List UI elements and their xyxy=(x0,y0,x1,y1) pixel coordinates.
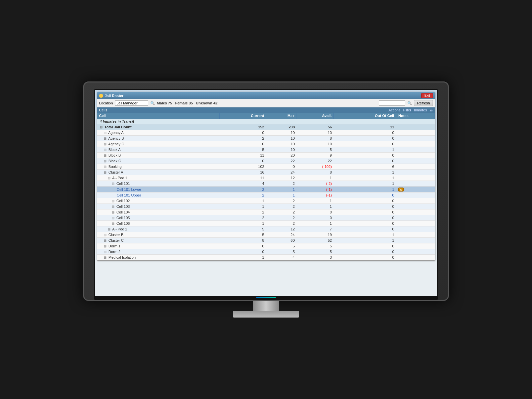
refresh-button[interactable]: Refresh xyxy=(414,100,433,106)
filter-link[interactable]: Filter xyxy=(403,108,411,112)
cell-avail: 8 xyxy=(297,170,334,175)
table-row[interactable]: ⊞ Block B 11 20 9 0 xyxy=(97,153,435,158)
females-value: 35 xyxy=(189,101,193,105)
table-row[interactable]: ⊞ Agency C 0 10 10 0 xyxy=(97,141,435,147)
col-header-out-of-cell: Out Of Cell xyxy=(334,113,396,119)
cell-max: 208 xyxy=(266,124,297,130)
table-row[interactable]: ⊞ Cell 104 2 2 0 0 xyxy=(97,209,435,215)
cell-avail: 5 xyxy=(297,147,334,153)
table-row[interactable]: ⊞ Cell 106 1 2 1 0 xyxy=(97,221,435,226)
search-input[interactable] xyxy=(379,100,405,106)
expand-icon[interactable]: ⊞ xyxy=(112,216,114,220)
expand-icon[interactable]: ⊞ xyxy=(104,250,106,254)
table-row[interactable]: ⊞ Cell 105 2 2 0 0 xyxy=(97,215,435,221)
cell-notes: W xyxy=(396,187,435,193)
expand-icon[interactable]: ⊞ xyxy=(104,154,106,157)
table-row[interactable]: ⊞ Dorm 2 0 5 5 0 xyxy=(97,249,435,255)
cell-max: 22 xyxy=(266,158,297,164)
expand-icon[interactable]: ⊞ xyxy=(104,233,106,237)
expand-icon[interactable]: ⊞ xyxy=(104,159,106,163)
location-input[interactable] xyxy=(115,100,148,106)
expand-icon[interactable]: ⊟ xyxy=(112,182,114,186)
table-row[interactable]: ⊞ Cell 103 1 2 1 0 xyxy=(97,204,435,209)
cell-label: ⊞ Medical Isolation xyxy=(97,255,219,260)
table-row[interactable]: Cell 101 Lower 2 1 (-1) 1 W xyxy=(97,187,435,193)
cell-notes xyxy=(396,164,435,170)
expand-icon[interactable]: ⊞ xyxy=(112,199,114,203)
table-container: Cell Current Max Avail. Out Of Cell Note… xyxy=(97,113,435,260)
table-row[interactable]: ⊞ Block A 5 10 5 1 xyxy=(97,147,435,153)
location-label: Location xyxy=(99,101,113,105)
cell-current: 0 xyxy=(219,158,266,164)
expand-icon[interactable]: ⊟ xyxy=(104,171,106,174)
cell-current: 2 xyxy=(219,209,266,215)
section-header: Cells Actions Filter Inmates 🖨 xyxy=(97,107,435,113)
app-window: Jail Roster Exit Location 🔍 Males 75 xyxy=(97,92,435,261)
col-header-notes: Notes xyxy=(396,113,435,119)
cell-max: 4 xyxy=(266,255,297,260)
table-row[interactable]: ⊞ Cluster B 5 24 19 1 xyxy=(97,232,435,238)
cell-notes xyxy=(396,181,435,187)
table-row[interactable]: ⊟ Cluster A 16 24 8 1 xyxy=(97,170,435,175)
table-row[interactable]: ⊞ Booking 102 0 (-102) 6 xyxy=(97,164,435,170)
cell-current: 0 xyxy=(219,130,266,136)
table-row[interactable]: Cell 101 Upper 2 1 (-1) 0 xyxy=(97,193,435,198)
table-row[interactable]: ⊞ Dorm 1 0 5 5 0 xyxy=(97,243,435,249)
toolbar: Location 🔍 Males 75 Female 35 Unknown 42 xyxy=(97,99,435,107)
expand-icon[interactable]: ⊞ xyxy=(104,137,106,140)
cell-out: 1 xyxy=(334,181,396,187)
cell-out: 0 xyxy=(334,158,396,164)
table-row[interactable]: ⊞ Agency B 2 10 8 0 xyxy=(97,136,435,141)
title-icon xyxy=(99,94,103,98)
cell-label: ⊞ Dorm 2 xyxy=(97,249,219,255)
cell-max: 5 xyxy=(266,249,297,255)
cell-label: ⊟ Cell 101 xyxy=(97,181,219,187)
table-row[interactable]: ⊟ A - Pod 1 11 12 1 1 xyxy=(97,175,435,181)
cell-avail: 8 xyxy=(297,136,334,141)
table-row[interactable]: ⊞ Medical Isolation 1 4 3 0 xyxy=(97,255,435,260)
table-row[interactable]: 4 Inmates in Transit xyxy=(97,119,435,124)
app-title: Jail Roster xyxy=(105,94,123,98)
expand-icon[interactable]: ⊞ xyxy=(108,227,110,231)
cell-out: 0 xyxy=(334,226,396,232)
expand-icon[interactable]: ⊞ xyxy=(104,142,106,146)
actions-link[interactable]: Actions xyxy=(388,108,400,112)
table-row[interactable]: ⊞ Agency A 0 10 10 0 xyxy=(97,130,435,136)
expand-icon[interactable]: ⊞ xyxy=(104,165,106,169)
expand-icon[interactable]: ⊞ xyxy=(112,210,114,214)
cell-out: 0 xyxy=(334,153,396,158)
expand-icon[interactable]: ⊞ xyxy=(104,131,106,135)
expand-icon[interactable]: ⊟ xyxy=(108,176,110,180)
table-row[interactable]: ⊞ Block C 0 22 22 0 xyxy=(97,158,435,164)
inmates-link[interactable]: Inmates xyxy=(414,108,427,112)
expand-icon[interactable]: ⊞ xyxy=(104,244,106,248)
table-row[interactable]: ⊟ Cell 101 4 2 (-2) 1 xyxy=(97,181,435,187)
cell-avail: (-2) xyxy=(297,181,334,187)
table-row[interactable]: ⊞ A - Pod 2 5 12 7 0 xyxy=(97,226,435,232)
search-go-icon[interactable]: 🔍 xyxy=(407,101,412,105)
expand-icon[interactable]: ⊞ xyxy=(104,256,106,259)
cell-label: ⊞ Cell 103 xyxy=(97,204,219,209)
power-indicator xyxy=(256,297,276,298)
transit-label: 4 Inmates in Transit xyxy=(97,119,435,124)
expand-icon[interactable]: ⊞ xyxy=(104,239,106,242)
cell-max: 2 xyxy=(266,209,297,215)
exit-button[interactable]: Exit xyxy=(421,93,433,98)
monitor: Jail Roster Exit Location 🔍 Males 75 xyxy=(83,81,449,318)
cell-label: ⊞ Cell 106 xyxy=(97,221,219,226)
females-label: Female xyxy=(175,101,188,105)
expand-icon[interactable]: ⊞ xyxy=(104,148,106,152)
cell-notes xyxy=(396,130,435,136)
expand-icon[interactable]: ⊞ xyxy=(112,205,114,208)
cell-notes xyxy=(396,238,435,243)
table-row[interactable]: ⊟ Total Jail Count 152 208 56 11 xyxy=(97,124,435,130)
expand-icon[interactable]: ⊞ xyxy=(112,222,114,225)
expand-icon[interactable]: ⊟ xyxy=(100,125,102,129)
cell-max: 60 xyxy=(266,238,297,243)
males-label: Males xyxy=(157,101,167,105)
cell-avail: (-102) xyxy=(297,164,334,170)
screen: Jail Roster Exit Location 🔍 Males 75 xyxy=(94,89,438,300)
table-row[interactable]: ⊞ Cluster C 8 60 52 1 xyxy=(97,238,435,243)
cell-max: 24 xyxy=(266,170,297,175)
table-row[interactable]: ⊞ Cell 102 1 2 1 0 xyxy=(97,198,435,204)
